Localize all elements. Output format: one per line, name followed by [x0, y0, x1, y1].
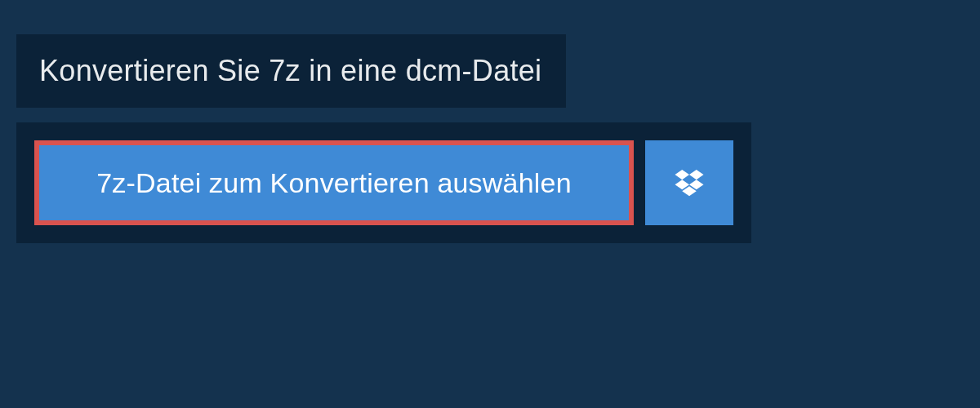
dropbox-icon — [674, 167, 705, 198]
button-panel: 7z-Datei zum Konvertieren auswählen — [16, 122, 751, 243]
select-file-label: 7z-Datei zum Konvertieren auswählen — [96, 167, 572, 199]
dropbox-button[interactable] — [645, 140, 733, 225]
svg-marker-0 — [675, 170, 689, 180]
svg-marker-1 — [689, 170, 703, 180]
header-bar: Konvertieren Sie 7z in eine dcm-Datei — [16, 34, 566, 108]
page-title: Konvertieren Sie 7z in eine dcm-Datei — [39, 54, 541, 88]
select-file-button[interactable]: 7z-Datei zum Konvertieren auswählen — [34, 140, 634, 225]
